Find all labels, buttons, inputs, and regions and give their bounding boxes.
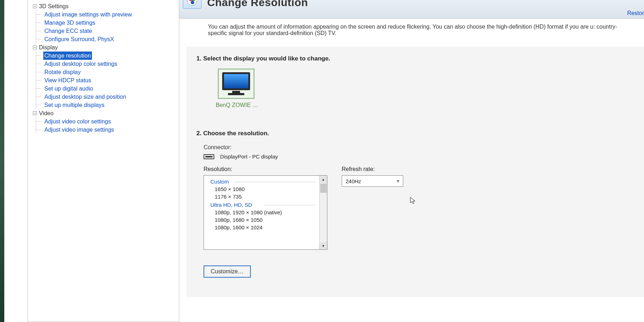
tree-item-manage-3d[interactable]: Manage 3D settings bbox=[36, 19, 177, 27]
resolution-listbox[interactable]: Custom 1650 × 1080 1176 × 735 Ultra HD, … bbox=[204, 175, 327, 250]
restore-defaults-link[interactable]: Restor bbox=[627, 10, 644, 16]
tree-item-adjust-image[interactable]: Adjust image settings with preview bbox=[36, 10, 177, 19]
scroll-up-icon[interactable]: ▲ bbox=[319, 176, 327, 183]
chevron-down-icon: ▼ bbox=[396, 179, 400, 183]
step1-title: 1. Select the display you would like to … bbox=[196, 55, 644, 62]
resolution-item[interactable]: 1080p, 1600 × 1024 bbox=[204, 224, 319, 231]
page-header: Change Resolution Restor bbox=[179, 0, 644, 19]
resolution-item[interactable]: 1080p, 1680 × 1050 bbox=[204, 216, 319, 224]
scrollbar[interactable]: ▲ ▼ bbox=[319, 176, 327, 249]
connector-label: Connector: bbox=[204, 144, 644, 151]
tree-item-hdcp[interactable]: View HDCP status bbox=[36, 76, 177, 84]
tree-item-video-color[interactable]: Adjust video color settings bbox=[36, 117, 177, 126]
resolution-item[interactable]: 1080p, 1920 × 1080 (native) bbox=[204, 209, 319, 216]
resolution-label: Resolution: bbox=[204, 166, 327, 172]
resolution-item[interactable]: 1176 × 735 bbox=[204, 193, 319, 200]
customize-button[interactable]: Customize… bbox=[204, 265, 251, 278]
connector-value: DisplayPort - PC display bbox=[220, 153, 278, 160]
monitor-tile[interactable] bbox=[218, 69, 254, 99]
tree-item-size-position[interactable]: Adjust desktop size and position bbox=[36, 93, 177, 101]
svg-rect-2 bbox=[232, 91, 240, 93]
step2-title: 2. Choose the resolution. bbox=[196, 130, 644, 137]
tree-label: Video bbox=[39, 109, 54, 117]
group-custom: Custom bbox=[204, 177, 319, 185]
collapse-icon[interactable] bbox=[33, 111, 37, 115]
monitor-label: BenQ ZOWIE … bbox=[216, 102, 258, 108]
tree-item-change-resolution[interactable]: Change resolution bbox=[36, 52, 177, 60]
tree-item-ecc[interactable]: Change ECC state bbox=[36, 27, 177, 35]
tree-label: Display bbox=[39, 43, 58, 52]
displayport-icon bbox=[204, 154, 214, 159]
refresh-rate-dropdown[interactable]: 240Hz ▼ bbox=[342, 175, 403, 187]
tree-section-video[interactable]: Video Adjust video color settings Adjust… bbox=[29, 109, 177, 134]
scroll-thumb[interactable] bbox=[320, 184, 327, 193]
collapse-icon[interactable] bbox=[33, 4, 37, 8]
settings-tree: 3D Settings Adjust image settings with p… bbox=[28, 0, 179, 322]
tree-item-video-image[interactable]: Adjust video image settings bbox=[36, 126, 177, 134]
tree-label: 3D Settings bbox=[39, 2, 69, 10]
page-title: Change Resolution bbox=[207, 0, 308, 9]
tree-item-surround[interactable]: Configure Surround, PhysX bbox=[36, 35, 177, 43]
collapse-icon[interactable] bbox=[33, 45, 37, 49]
tree-section-display[interactable]: Display Change resolution Adjust desktop… bbox=[29, 43, 177, 109]
tree-section-3d[interactable]: 3D Settings Adjust image settings with p… bbox=[29, 2, 177, 43]
refresh-value: 240Hz bbox=[346, 178, 361, 184]
tree-item-digital-audio[interactable]: Set up digital audio bbox=[36, 84, 177, 93]
tree-item-color-settings[interactable]: Adjust desktop color settings bbox=[36, 60, 177, 68]
resolution-icon bbox=[182, 0, 203, 11]
settings-block: 1. Select the display you would like to … bbox=[186, 47, 644, 297]
tree-item-rotate[interactable]: Rotate display bbox=[36, 68, 177, 76]
group-hd: Ultra HD, HD, SD bbox=[204, 200, 319, 209]
scroll-down-icon[interactable]: ▼ bbox=[319, 242, 327, 249]
refresh-label: Refresh rate: bbox=[342, 166, 403, 172]
svg-rect-3 bbox=[228, 93, 244, 95]
intro-text: You can adjust the amount of information… bbox=[179, 19, 630, 36]
svg-rect-1 bbox=[224, 74, 248, 88]
tree-item-multiple-displays[interactable]: Set up multiple displays bbox=[36, 101, 177, 109]
main-content: Change Resolution Restor You can adjust … bbox=[179, 0, 644, 322]
resolution-item[interactable]: 1650 × 1080 bbox=[204, 185, 319, 193]
monitor-icon bbox=[220, 71, 252, 97]
